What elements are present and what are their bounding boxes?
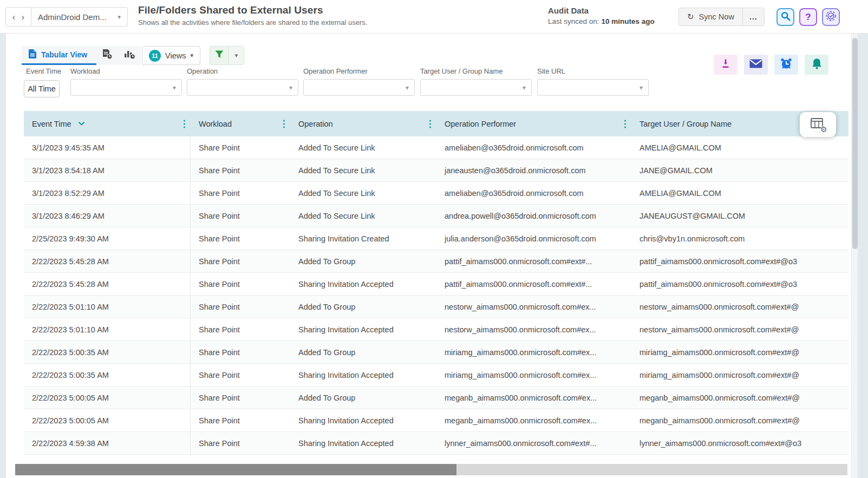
cell-workload: Share Point	[191, 159, 290, 181]
table-row: 2/22/2023 5:00:05 AM Share Point Added T…	[24, 387, 849, 409]
history-nav: ‹ ›	[5, 7, 31, 27]
filter-button[interactable]	[210, 47, 229, 64]
cell-operation-performer: nestorw_aimams000.onmicrosoft.com#ex...	[436, 296, 631, 318]
audit-data-label: Audit Data	[548, 6, 655, 15]
forward-chevron-icon[interactable]: ›	[22, 12, 25, 22]
chevron-down-icon: ▾	[190, 53, 193, 58]
horizontal-scrollbar[interactable]	[15, 464, 847, 475]
schedule-alert-button[interactable]	[774, 55, 798, 75]
column-header-workload[interactable]: Workload	[191, 111, 290, 136]
cell-event-time: 2/22/2023 5:01:10 AM	[24, 296, 191, 318]
event-time-range-button[interactable]: All Time	[24, 80, 60, 97]
cell-target-user: JANE@GMAIL.COM	[631, 159, 849, 181]
column-header-operation-performer[interactable]: Operation Performer	[436, 111, 631, 136]
tab-tabular-view[interactable]: Tabular View	[22, 46, 96, 65]
cell-operation: Sharing Invitation Accepted	[290, 273, 436, 295]
cell-operation: Sharing Invitation Accepted	[290, 432, 436, 454]
cell-target-user: meganb_aimams000.onmicrosoft.com#ext#@	[631, 409, 849, 431]
column-chooser-button[interactable]: ⚙	[800, 112, 836, 137]
cell-workload: Share Point	[191, 409, 290, 431]
tenant-selector[interactable]: AdminDroid Dem... ▾	[31, 7, 128, 27]
cell-target-user: miriamg_aimams000.onmicrosoft.com#ext#@	[631, 341, 849, 363]
cell-operation-performer: pattif_aimams000.onmicrosoft.com#ext#...	[436, 250, 631, 272]
tenant-nav-group: ‹ › AdminDroid Dem... ▾	[5, 7, 128, 27]
cell-operation: Added To Secure Link	[290, 182, 436, 204]
cell-event-time: 3/1/2023 8:46:29 AM	[24, 205, 191, 227]
search-button[interactable]	[776, 8, 794, 26]
page-subtitle: Shows all the activities where file/fold…	[138, 18, 367, 27]
cell-workload: Share Point	[191, 364, 290, 386]
partial-row	[24, 455, 849, 461]
column-menu-icon[interactable]	[624, 120, 626, 128]
chevron-down-icon: ▾	[639, 84, 643, 91]
cell-workload: Share Point	[191, 136, 290, 159]
column-header-operation[interactable]: Operation	[290, 111, 436, 136]
cell-event-time: 2/22/2023 5:00:05 AM	[24, 387, 191, 409]
cell-event-time: 2/22/2023 4:59:38 AM	[24, 432, 191, 454]
page-title: File/Folders Shared to External Users	[138, 4, 367, 16]
alarm-clock-icon	[780, 58, 792, 71]
cell-operation: Added To Group	[290, 250, 436, 272]
mail-icon	[749, 59, 762, 70]
views-count-badge: 11	[149, 50, 161, 62]
cell-workload: Share Point	[191, 250, 290, 272]
filter-target-user: Target User / Group Name ▾	[420, 67, 532, 96]
filter-workload-label: Workload	[70, 67, 182, 75]
target-user-dropdown[interactable]: ▾	[420, 79, 532, 96]
operation-dropdown[interactable]: ▾	[187, 79, 298, 96]
report-document-schedule-button[interactable]	[96, 46, 119, 65]
filter-site-url-label: Site URL	[537, 67, 649, 75]
cell-operation-performer: meganb_aimams000.onmicrosoft.com#ex...	[436, 387, 631, 409]
more-options-button[interactable]: ...	[742, 8, 764, 25]
cell-operation-performer: ameliaben@o365droid.onmicrosoft.com	[436, 182, 631, 204]
chart-clock-icon	[125, 49, 135, 62]
cell-operation-performer: meganb_aimams000.onmicrosoft.com#ex...	[436, 409, 631, 431]
cell-workload: Share Point	[191, 341, 290, 363]
last-synced-text: Last synced on:10 minutes ago	[548, 17, 655, 25]
email-report-button[interactable]	[744, 55, 768, 75]
filter-dropdown-button[interactable]: ▾	[229, 47, 244, 64]
views-dropdown-button[interactable]: 11 Views ▾	[142, 46, 200, 65]
cell-target-user: meganb_aimams000.onmicrosoft.com#ext#@	[631, 387, 849, 409]
filter-operation-label: Operation	[187, 67, 298, 75]
table-row: 2/22/2023 5:01:10 AM Share Point Added T…	[24, 296, 849, 318]
filter-event-time: Event Time All Time	[24, 67, 61, 97]
task-status-button[interactable]	[822, 8, 840, 26]
report-action-buttons	[714, 55, 828, 75]
help-button[interactable]: ?	[799, 8, 817, 26]
cell-workload: Share Point	[191, 318, 290, 341]
sync-now-label: Sync Now	[699, 12, 734, 21]
cell-event-time: 2/22/2023 5:01:10 AM	[24, 318, 191, 341]
table-row: 2/25/2023 9:49:30 AM Share Point Sharing…	[24, 227, 849, 250]
refresh-icon: ↻	[687, 12, 694, 22]
gear-icon: ⚙	[820, 125, 827, 134]
cell-workload: Share Point	[191, 432, 290, 454]
column-header-event-time[interactable]: Event Time	[24, 111, 191, 136]
horizontal-scrollbar-thumb[interactable]	[15, 464, 456, 475]
export-download-button[interactable]	[714, 55, 738, 75]
column-menu-icon[interactable]	[184, 120, 185, 128]
operation-performer-dropdown[interactable]: ▾	[303, 79, 415, 96]
sync-now-button[interactable]: ↻ Sync Now	[679, 8, 742, 25]
site-url-dropdown[interactable]: ▾	[537, 79, 649, 96]
cell-operation: Added To Secure Link	[290, 205, 436, 227]
chevron-down-icon: ▾	[118, 14, 121, 20]
cell-operation: Added To Group	[290, 341, 436, 363]
views-label: Views	[165, 51, 186, 60]
vertical-scrollbar[interactable]	[851, 34, 858, 478]
back-chevron-icon[interactable]: ‹	[12, 12, 16, 22]
chart-schedule-button[interactable]	[119, 46, 141, 65]
column-menu-icon[interactable]	[429, 120, 431, 128]
table-row: 3/1/2023 8:54:18 AM Share Point Added To…	[24, 159, 849, 182]
vertical-scrollbar-thumb[interactable]	[852, 38, 858, 249]
cell-operation: Sharing Invitation Accepted	[290, 364, 436, 386]
table-row: 3/1/2023 9:45:35 AM Share Point Added To…	[24, 136, 849, 159]
column-header-operation-label: Operation	[298, 120, 333, 128]
column-menu-icon[interactable]	[283, 120, 285, 128]
cell-operation-performer: lynner_aimams000.onmicrosoft.com#ext#...	[436, 432, 631, 454]
filter-operation: Operation ▾	[187, 67, 298, 96]
notification-bell-button[interactable]	[805, 55, 828, 75]
cell-target-user: AMELIA@GMAIL.COM	[631, 182, 849, 204]
workload-dropdown[interactable]: ▾	[70, 79, 182, 96]
column-header-target-user-label: Target User / Group Name	[639, 120, 732, 128]
